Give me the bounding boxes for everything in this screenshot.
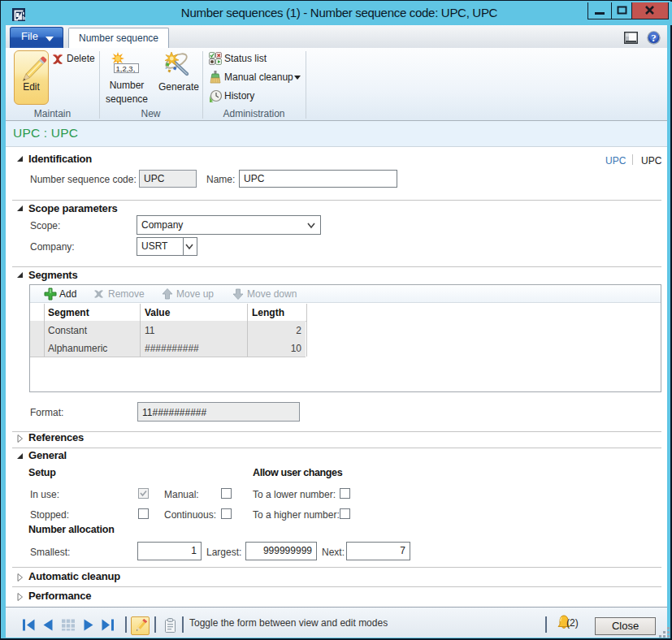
svg-text:1,2,3,: 1,2,3, (116, 64, 136, 73)
svg-text:?: ? (651, 32, 657, 44)
